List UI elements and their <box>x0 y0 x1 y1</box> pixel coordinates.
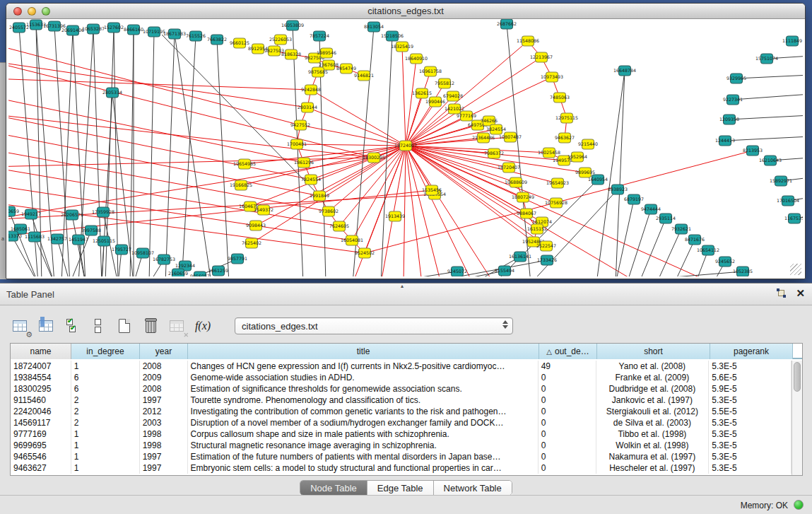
graph-node-1111849[interactable]: 1111849 <box>782 36 802 46</box>
graph-node-1990446[interactable]: 1990446 <box>425 97 445 107</box>
graph-node-1052385[interactable]: 1052385 <box>733 267 753 276</box>
edge[interactable] <box>616 71 625 276</box>
graph-node-10025458[interactable]: 10025458 <box>538 148 560 158</box>
graph-node-8466160[interactable]: 8466160 <box>124 25 143 35</box>
cell-name[interactable]: 18724007 <box>11 361 71 372</box>
tab-node-table[interactable]: Node Table <box>300 481 367 495</box>
cell-title[interactable]: Investigating the contribution of common… <box>188 406 539 417</box>
graph-node-7955812[interactable]: 7955812 <box>435 78 454 88</box>
graph-node-16210643[interactable]: 16210643 <box>759 156 782 165</box>
cell-year[interactable]: 2009 <box>140 372 188 383</box>
cell-short[interactable]: de Silva et al. (2003) <box>596 417 710 428</box>
graph-node-1733426[interactable]: 1733426 <box>537 255 557 265</box>
edge[interactable] <box>733 94 803 100</box>
edge[interactable] <box>31 214 54 276</box>
cell-pagerank[interactable]: 5.9E-5 <box>709 383 792 395</box>
cell-in_degree[interactable]: 1 <box>71 428 140 440</box>
cell-out_degree[interactable]: 0 <box>539 417 596 428</box>
table-row[interactable]: 911546021997Tourette syndrome. Phenomeno… <box>11 395 792 406</box>
cell-title[interactable]: Genome-wide association studies in ADHD. <box>188 372 539 383</box>
graph-node-6879197[interactable]: 6879197 <box>624 194 644 204</box>
cell-year[interactable]: 1997 <box>140 395 188 406</box>
cell-short[interactable]: Stergiakouli et al. (2012) <box>596 406 710 417</box>
graph-node-2805334[interactable]: 2805334 <box>102 88 122 98</box>
edge[interactable] <box>616 199 634 276</box>
column-header-year[interactable]: year <box>140 344 188 359</box>
cell-name[interactable]: 22420046 <box>11 406 71 417</box>
cell-short[interactable]: Wolkin et al. (1998) <box>596 440 710 451</box>
cell-short[interactable]: Nakamura et al. (1997) <box>596 451 710 462</box>
graph-node-9329965[interactable]: 9329965 <box>726 74 746 83</box>
cell-out_degree[interactable]: 0 <box>539 383 596 395</box>
cell-in_degree[interactable]: 1 <box>71 361 140 372</box>
edge-selected[interactable] <box>8 96 304 163</box>
graph-node-7485063[interactable]: 7485063 <box>550 93 570 103</box>
table-selector-dropdown[interactable]: citations_edges.txt <box>235 317 513 334</box>
graph-node-12213967[interactable]: 12213967 <box>530 52 553 62</box>
graph-node-15751074[interactable]: 15751074 <box>755 54 778 64</box>
cell-out_degree[interactable]: 0 <box>539 406 596 417</box>
graph-node-9227341[interactable]: 9227341 <box>723 95 743 105</box>
table-row[interactable]: 977716911998Corpus callosum shape and si… <box>11 428 792 440</box>
edge-selected[interactable] <box>404 146 406 276</box>
graph-node-16782753[interactable]: 16782753 <box>153 255 175 264</box>
edge-selected[interactable] <box>406 109 454 146</box>
graph-node-7615526[interactable]: 7615526 <box>186 31 206 41</box>
edge-selected[interactable] <box>406 93 422 146</box>
column-header-out_degree[interactable]: △out_de… <box>539 344 597 359</box>
cell-pagerank[interactable]: 5.3E-5 <box>709 462 792 474</box>
graph-node-12505115[interactable]: 12505115 <box>93 236 115 246</box>
graph-node-8454749[interactable]: 8454749 <box>336 64 356 74</box>
graph-node-9242848[interactable]: 9242848 <box>301 85 321 95</box>
graph-node-18671383[interactable]: 18671383 <box>163 29 186 39</box>
graph-node-1795727[interactable]: 1795727 <box>112 245 131 255</box>
graph-node-8186328[interactable]: 8186328 <box>281 49 301 59</box>
edge-selected[interactable] <box>406 146 422 276</box>
graph-node-7857224[interactable]: 7857224 <box>310 31 329 41</box>
cell-pagerank[interactable]: 5.6E-5 <box>709 372 792 383</box>
edge[interactable] <box>627 209 651 276</box>
graph-node-2687662[interactable]: 2687662 <box>497 19 517 29</box>
graph-node-8938923[interactable]: 8938923 <box>608 185 628 194</box>
cell-in_degree[interactable]: 2 <box>71 417 140 428</box>
graph-node-17016504[interactable]: 17016504 <box>777 196 799 206</box>
edge[interactable] <box>165 34 175 276</box>
table-row[interactable]: 1938455462009Genome-wide association stu… <box>11 372 792 383</box>
edge-selected[interactable] <box>8 202 365 253</box>
network-canvas[interactable]: 1872400718325419186409101696175879558121… <box>8 19 803 276</box>
graph-node-18640910[interactable]: 18640910 <box>405 54 428 64</box>
cell-out_degree[interactable]: 0 <box>539 395 596 406</box>
cell-name[interactable]: 9465546 <box>11 451 71 462</box>
graph-node-9857791[interactable]: 9857791 <box>228 254 247 264</box>
edge-selected[interactable] <box>406 146 558 183</box>
cell-out_degree[interactable]: 0 <box>539 440 596 451</box>
cell-short[interactable]: Franke et al. (2009) <box>596 372 710 383</box>
cell-title[interactable]: Tourette syndrome. Phenomenology and cla… <box>188 395 539 406</box>
graph-node-10958107[interactable]: 10958107 <box>131 248 154 258</box>
window-resize-grip[interactable] <box>790 264 801 275</box>
cell-out_degree[interactable]: 0 <box>539 462 596 474</box>
cell-year[interactable]: 1998 <box>140 428 188 440</box>
cell-in_degree[interactable]: 1 <box>71 451 140 462</box>
cell-title[interactable]: Embryonic stem cells: a model to study s… <box>188 462 539 474</box>
cell-year[interactable]: 2012 <box>140 406 188 417</box>
column-header-short[interactable]: short <box>597 344 710 359</box>
graph-node-16054081[interactable]: 16054081 <box>341 235 363 245</box>
tab-network-table[interactable]: Network Table <box>434 481 512 495</box>
float-panel-icon[interactable] <box>777 288 786 298</box>
edge[interactable] <box>639 218 666 276</box>
cell-name[interactable]: 18300295 <box>11 383 71 395</box>
graph-node-19654923[interactable]: 19654923 <box>546 178 569 188</box>
graph-node-9215440[interactable]: 9215440 <box>578 139 598 149</box>
graph-node-1913439[interactable]: 1913439 <box>385 211 405 221</box>
cell-pagerank[interactable]: 5.3E-5 <box>709 395 792 406</box>
graph-node-10654112[interactable]: 10654112 <box>697 245 719 255</box>
table-row[interactable]: 1830029562008Estimation of significance … <box>11 383 792 395</box>
graph-node-1451947[interactable]: 1451947 <box>69 235 88 245</box>
edge-selected[interactable] <box>8 167 339 226</box>
graph-node-7824554[interactable]: 7824554 <box>301 175 321 185</box>
graph-node-25226053[interactable]: 25226053 <box>269 35 292 45</box>
edge[interactable] <box>149 32 154 276</box>
edge[interactable] <box>725 136 803 141</box>
graph-node-16648784[interactable]: 16648784 <box>613 66 636 76</box>
